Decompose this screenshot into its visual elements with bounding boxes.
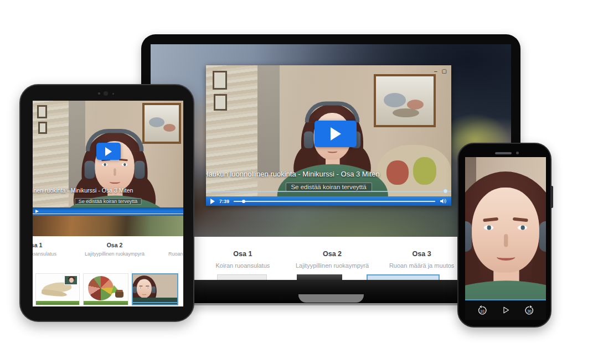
play-outline-icon[interactable]	[501, 305, 511, 315]
tablet-frame: Haukun luonnollinen ruokinta - Minikurss…	[19, 84, 194, 322]
svg-text:30: 30	[527, 309, 532, 313]
lesson-label: Osa 3	[378, 250, 465, 258]
minimize-icon[interactable]: –	[434, 69, 437, 74]
video-window-controls: – ▢	[434, 69, 447, 74]
player-control-bar: 7:39	[206, 196, 451, 206]
progress-knob[interactable]	[443, 189, 448, 194]
background-video-dog-strip	[33, 216, 183, 236]
lesson-title: Lajityypillinen ruokaympyrä	[286, 262, 379, 269]
tablet-sensor-dot	[98, 92, 100, 95]
player-play-icon[interactable]	[210, 199, 215, 204]
headphone-left	[85, 161, 95, 179]
lesson-thumbnail-presenter-selected[interactable]	[132, 273, 178, 305]
wall-picture-frame	[213, 71, 227, 90]
headphone-left	[304, 132, 314, 148]
player-control-bar[interactable]	[33, 207, 183, 216]
subtitle-caption: Se edistää koiran terveyttä	[75, 198, 142, 205]
phone-camera	[516, 152, 519, 154]
lesson-osa-1[interactable]: Osa 1 Koiran ruoansulatus	[199, 250, 286, 269]
thumbnail-progress-line	[133, 302, 177, 303]
lesson-title: Lajityypillinen ruokaympyrä	[76, 251, 153, 257]
lesson-osa-3[interactable]: Osa 3 Ruoan määrä ja muutos	[159, 242, 183, 257]
play-icon	[331, 127, 341, 141]
thumbnail-player-bar	[133, 298, 177, 304]
rewind-10-icon[interactable]: 10	[477, 305, 488, 316]
lesson-osa-2[interactable]: Osa 2 Lajityypillinen ruokaympyrä	[76, 242, 153, 257]
phone-control-bar: 10 30	[465, 300, 546, 320]
tablet-screen: Haukun luonnollinen ruokinta - Minikurss…	[33, 101, 183, 306]
player-seek-slider[interactable]	[33, 214, 183, 214]
wall-picture-frame	[37, 105, 47, 118]
tablet-sensor-dot	[112, 93, 114, 95]
player-time: 7:39	[219, 199, 229, 204]
video-title: Haukun luonnollinen ruokinta - Minikurss…	[206, 170, 380, 178]
lesson-osa-3[interactable]: Osa 3 Ruoan määrä ja muutos	[378, 250, 465, 269]
laptop-video-window: – ▢ Haukun luonnollinen ruokinta - Minik…	[206, 65, 451, 206]
subtitle-caption: Se edistää koiran terveyttä	[285, 183, 372, 191]
tablet-camera	[104, 91, 108, 96]
wall-picture-frame	[38, 122, 47, 134]
thumbnail-progress-bar	[36, 301, 79, 305]
play-button-overlay[interactable]	[315, 121, 357, 147]
presenter-woman-closeup	[465, 171, 546, 320]
lesson-title: Ruoan määrä ja muutos	[159, 251, 183, 257]
lesson-title: Ruoan määrä ja muutos	[378, 262, 465, 269]
seek-dot[interactable]	[242, 200, 245, 203]
maximize-icon[interactable]: ▢	[442, 69, 447, 74]
phone-frame: 10 30	[457, 143, 551, 327]
lesson-label: Osa 2	[286, 250, 379, 258]
lesson-osa-1[interactable]: Osa 1 Koiran ruoansulatus	[33, 242, 70, 257]
play-icon	[105, 147, 112, 156]
tablet-video-window: Haukun luonnollinen ruokinta - Minikurss…	[33, 101, 183, 216]
lesson-osa-2[interactable]: Osa 2 Lajityypillinen ruokaympyrä	[286, 250, 379, 269]
headphone-right	[135, 161, 145, 179]
lesson-label: Osa 1	[33, 242, 70, 248]
phone-side-button[interactable]	[550, 186, 553, 208]
lesson-thumbnail-skull[interactable]	[35, 273, 80, 305]
device-mockup-canvas: – ▢ Haukun luonnollinen ruokinta - Minik…	[0, 0, 598, 364]
headphone-left	[465, 221, 472, 252]
phone-speaker	[495, 152, 512, 154]
lesson-title: Koiran ruoansulatus	[199, 262, 286, 269]
thumbnail-progress-bar	[84, 301, 128, 305]
lesson-label: Osa 3	[159, 242, 183, 248]
lesson-thumbnail-foodwheel[interactable]	[83, 273, 128, 305]
mini-presenter-overlay	[64, 275, 78, 285]
food-wheel-graphic	[88, 276, 114, 300]
lesson-label: Osa 2	[76, 242, 153, 248]
volume-icon[interactable]	[440, 198, 447, 204]
play-button-overlay[interactable]	[96, 143, 121, 160]
forward-30-icon[interactable]: 30	[524, 305, 535, 316]
food-bucket	[115, 292, 123, 298]
lesson-section: Osa 1 Koiran ruoansulatus Osa 2 Lajityyp…	[33, 236, 183, 306]
lesson-title: Koiran ruoansulatus	[33, 251, 70, 257]
phone-screen: 10 30	[465, 157, 546, 320]
lesson-label: Osa 1	[199, 250, 286, 258]
player-seek-slider[interactable]	[234, 201, 435, 202]
wall-picture-frame	[214, 94, 227, 111]
laptop-lid-notch	[298, 294, 364, 303]
headphone-right	[539, 221, 546, 252]
video-title: Haukun luonnollinen ruokinta - Minikurss…	[33, 187, 133, 194]
svg-text:10: 10	[480, 309, 484, 313]
player-play-icon[interactable]	[35, 210, 39, 213]
gray-curtain	[257, 65, 280, 175]
